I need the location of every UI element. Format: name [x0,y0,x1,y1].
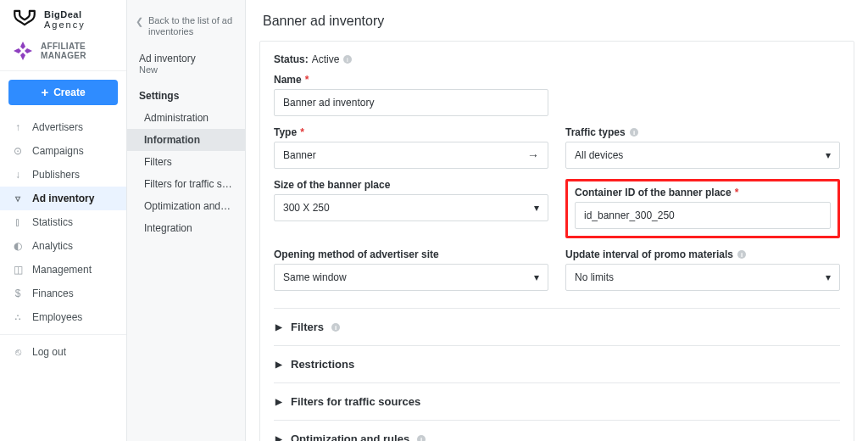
nav-item-management[interactable]: ◫ Management [0,258,126,282]
type-select[interactable]: Banner → [274,142,548,169]
settings-title: Settings [127,76,245,107]
name-label-text: Name [274,74,302,86]
nav-item-campaigns[interactable]: ⊙ Campaigns [0,139,126,163]
arrow-right-icon: → [527,148,539,162]
nav-item-employees[interactable]: ⛬ Employees [0,305,126,329]
sub-item-optimization[interactable]: Optimization and rules [127,195,245,217]
sub-heading-block: Ad inventory New [127,47,245,76]
info-icon[interactable]: i [629,127,639,137]
form-card: Status: Active i Name * [259,41,854,441]
container-input-wrap[interactable] [575,202,831,229]
chevron-down-icon: ▾ [534,202,539,214]
traffic-label-text: Traffic types [565,126,626,138]
name-input-wrap[interactable] [274,89,548,116]
nav-separator [0,334,126,335]
acc-label: Filters [291,321,324,333]
acc-label: Restrictions [291,358,354,371]
accordion-optimization[interactable]: ▶ Optimization and rules i [274,420,840,441]
type-label-text: Type [274,126,297,138]
svg-marker-2 [25,48,32,53]
update-label-text: Update interval of promo materials [565,248,733,260]
accordion: ▶ Filters i ▶ Restrictions ▶ Filters for… [274,308,840,441]
name-input[interactable] [283,97,539,109]
triangle-right-icon: ▶ [275,397,284,406]
triangle-right-icon: ▶ [275,360,284,369]
form-grid: Name * Type * Banner → [274,74,840,291]
role-avatar-icon [12,40,34,62]
settings-sidebar: ❮ Back to the list of ad inventories Ad … [127,0,246,441]
field-type: Type * Banner → [274,126,548,169]
update-value: No limits [575,271,614,283]
required-mark: * [735,187,739,198]
brand-block: BigDeal Agency [0,0,126,35]
accordion-filters-traffic[interactable]: ▶ Filters for traffic sources [274,382,840,420]
svg-marker-0 [20,42,25,49]
type-label: Type * [274,126,548,138]
required-mark: * [300,126,304,138]
bars-icon: ⫿ [12,216,24,228]
nav-item-finances[interactable]: $ Finances [0,282,126,305]
nav-label: Publishers [32,169,80,181]
dollar-icon: $ [12,287,24,299]
info-icon[interactable]: i [331,322,341,332]
container-input[interactable] [584,209,821,221]
field-size: Size of the banner place 300 X 250 ▾ [274,179,548,238]
sub-item-administration[interactable]: Administration [127,107,245,129]
field-name: Name * [274,74,548,116]
triangle-right-icon: ▶ [275,434,284,441]
svg-text:i: i [741,251,743,259]
nav-label: Management [32,264,92,276]
container-label-text: Container ID of the banner place [575,187,732,198]
accordion-restrictions[interactable]: ▶ Restrictions [274,345,840,382]
brand-line1: BigDeal [44,9,86,20]
pie-icon: ◐ [12,240,24,252]
opening-select[interactable]: Same window ▾ [274,264,548,291]
card-scroll[interactable]: Status: Active i Name * [246,41,868,441]
field-update-interval: Update interval of promo materials i No … [565,248,840,291]
role-row: AFFILIATE MANAGER [0,35,126,71]
svg-text:i: i [633,129,635,137]
size-value: 300 X 250 [283,202,330,214]
svg-text:i: i [347,56,348,64]
size-label: Size of the banner place [274,179,548,191]
nav-label: Statistics [32,216,73,228]
back-link[interactable]: ❮ Back to the list of ad inventories [127,7,245,47]
nav-item-ad-inventory[interactable]: ▿ Ad inventory [0,187,126,210]
update-label: Update interval of promo materials i [565,248,840,260]
status-value: Active [312,53,340,65]
size-select[interactable]: 300 X 250 ▾ [274,194,548,221]
chevron-down-icon: ▾ [534,271,539,283]
info-icon[interactable]: i [342,54,353,64]
container-label: Container ID of the banner place * [575,187,831,198]
main-sidebar: BigDeal Agency AFFILIATE MANAGER + Creat… [0,0,127,441]
nav-item-publishers[interactable]: ↓ Publishers [0,163,126,187]
sub-item-integration[interactable]: Integration [127,217,245,239]
acc-label: Optimization and rules [291,433,409,441]
sub-item-filters[interactable]: Filters [127,151,245,173]
traffic-select[interactable]: All devices ▾ [565,142,840,169]
nav-item-advertisers[interactable]: ↑ Advertisers [0,115,126,139]
main-nav: ↑ Advertisers ⊙ Campaigns ↓ Publishers ▿… [0,115,126,364]
nav-label: Employees [32,311,82,323]
page-title: Banner ad inventory [246,0,868,41]
sub-item-information[interactable]: Information [127,129,245,151]
create-button[interactable]: + Create [8,80,118,105]
update-select[interactable]: No limits ▾ [565,264,840,291]
nav-item-logout[interactable]: ⎋ Log out [0,340,126,364]
accordion-filters[interactable]: ▶ Filters i [274,308,840,345]
info-icon[interactable]: i [737,249,747,260]
svg-marker-3 [20,53,25,60]
logout-icon: ⎋ [12,346,24,358]
container-id-highlight: Container ID of the banner place * [565,179,840,238]
sub-item-filters-traffic[interactable]: Filters for traffic sour… [127,173,245,195]
brand-logo [12,8,37,30]
back-text: Back to the list of ad inventories [148,15,235,37]
brand-text: BigDeal Agency [44,9,86,30]
chevron-left-icon: ❮ [136,15,143,27]
name-label: Name * [274,74,548,86]
info-icon[interactable]: i [416,434,426,442]
type-value: Banner [283,149,316,161]
nav-label: Ad inventory [32,193,94,204]
nav-item-analytics[interactable]: ◐ Analytics [0,234,126,258]
nav-item-statistics[interactable]: ⫿ Statistics [0,210,126,234]
